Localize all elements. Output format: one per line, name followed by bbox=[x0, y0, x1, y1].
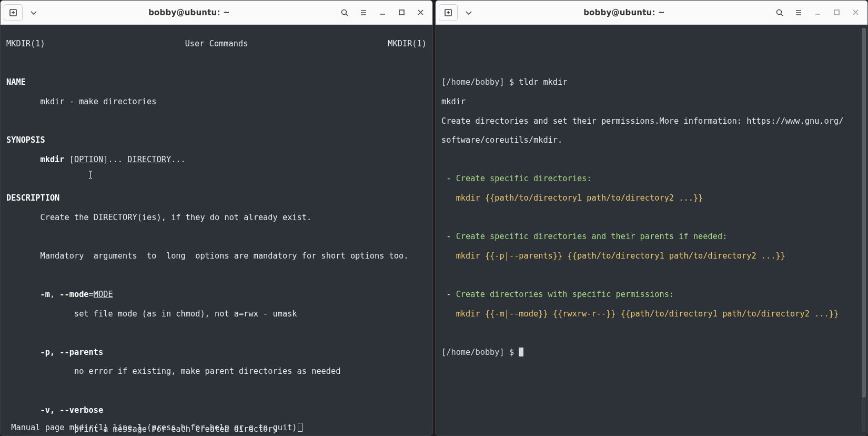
titlebar-right: bobby@ubuntu: ~ bbox=[436, 1, 867, 25]
close-icon bbox=[417, 9, 424, 16]
man-header-left: MKDIR(1) bbox=[6, 39, 45, 48]
man-header-center: User Commands bbox=[185, 39, 248, 48]
man-syn-option: OPTION bbox=[74, 155, 103, 164]
shell-prompt: [/home/bobby] $ bbox=[441, 77, 519, 87]
man-opt-m-text: set file mode (as in chmod), not a=rwx -… bbox=[74, 309, 297, 319]
terminal-window-left: bobby@ubuntu: ~ MKDIR(1)User C bbox=[0, 0, 433, 436]
scrollbar-thumb[interactable] bbox=[862, 28, 866, 398]
shell-prompt: [/home/bobby] $ bbox=[441, 348, 519, 357]
minimize-button[interactable] bbox=[374, 5, 391, 21]
window-title: bobby@ubuntu: ~ bbox=[45, 8, 334, 17]
svg-line-4 bbox=[346, 14, 348, 16]
chevron-down-icon bbox=[465, 8, 473, 17]
new-tab-icon bbox=[444, 8, 452, 17]
svg-rect-9 bbox=[399, 10, 404, 15]
search-button[interactable] bbox=[771, 5, 789, 21]
tab-menu-button[interactable] bbox=[25, 5, 43, 21]
titlebar-left: bobby@ubuntu: ~ bbox=[1, 1, 432, 25]
man-status-bar: Manual page mkdir(1) line 1 (press h for… bbox=[6, 423, 302, 432]
man-opt-p-flag: -p, --parents bbox=[40, 348, 103, 357]
maximize-icon bbox=[398, 9, 405, 16]
man-opt-p-text: no error if existing, make parent direct… bbox=[74, 366, 341, 376]
hamburger-icon bbox=[359, 8, 368, 17]
man-header-right: MKDIR(1) bbox=[388, 39, 427, 48]
tldr-cmd-2: mkdir {{-p|--parents}} {{path/to/directo… bbox=[456, 251, 785, 261]
close-button[interactable] bbox=[846, 5, 864, 21]
man-syn-directory: DIRECTORY bbox=[127, 155, 171, 164]
tab-menu-button[interactable] bbox=[460, 5, 478, 21]
tldr-cmd-1: mkdir {{path/to/directory1 path/to/direc… bbox=[456, 193, 703, 203]
svg-rect-26 bbox=[834, 10, 839, 15]
tldr-desc-2: Create specific directories and their pa… bbox=[456, 232, 728, 241]
man-opt-m-arg: MODE bbox=[94, 290, 113, 299]
close-icon bbox=[852, 9, 859, 16]
man-syn-cmd: mkdir bbox=[40, 155, 64, 164]
search-icon bbox=[775, 8, 784, 17]
new-tab-button[interactable] bbox=[4, 4, 23, 21]
chevron-down-icon bbox=[29, 8, 38, 17]
man-status-text: Manual page mkdir(1) line 1 (press h for… bbox=[6, 423, 297, 432]
tldr-desc-3: Create directories with specific permiss… bbox=[456, 290, 674, 299]
man-opt-v-flag: -v, --verbose bbox=[40, 405, 103, 415]
minimize-icon bbox=[379, 9, 386, 16]
search-button[interactable] bbox=[336, 5, 354, 21]
search-icon bbox=[340, 8, 349, 17]
hamburger-menu-button[interactable] bbox=[355, 5, 372, 21]
hamburger-menu-button[interactable] bbox=[790, 5, 808, 21]
tldr-cmd-3: mkdir {{-m|--mode}} {{rwxrw-r--}} {{path… bbox=[456, 309, 839, 319]
svg-line-21 bbox=[781, 14, 783, 16]
man-name-text: mkdir - make directories bbox=[40, 97, 156, 106]
tldr-summary-a: Create directories and set their permiss… bbox=[441, 116, 843, 126]
tldr-desc-1: Create specific directories: bbox=[456, 174, 592, 183]
new-tab-icon bbox=[9, 8, 17, 17]
maximize-button[interactable] bbox=[392, 5, 410, 21]
man-desc-line1: Create the DIRECTORY(ies), if they do no… bbox=[40, 213, 311, 222]
close-button[interactable] bbox=[411, 5, 429, 21]
man-section-synopsis: SYNOPSIS bbox=[6, 135, 45, 145]
cursor-outline bbox=[298, 423, 302, 432]
minimize-button[interactable] bbox=[809, 5, 826, 21]
maximize-button[interactable] bbox=[827, 5, 845, 21]
man-section-description: DESCRIPTION bbox=[6, 193, 59, 203]
shell-command: tldr mkdir bbox=[519, 77, 567, 87]
svg-point-3 bbox=[342, 9, 347, 14]
hamburger-icon bbox=[794, 8, 803, 17]
man-opt-m-flag: -m bbox=[40, 290, 49, 299]
svg-point-20 bbox=[777, 9, 782, 14]
new-tab-button[interactable] bbox=[439, 4, 458, 21]
maximize-icon bbox=[833, 9, 840, 16]
window-title: bobby@ubuntu: ~ bbox=[480, 8, 769, 17]
tldr-name: mkdir bbox=[441, 97, 466, 106]
minimize-icon bbox=[814, 9, 821, 16]
terminal-window-right: bobby@ubuntu: ~ bbox=[435, 0, 868, 436]
terminal-content-right[interactable]: [/home/bobby] $ tldr mkdir mkdir Create … bbox=[436, 25, 867, 435]
desktop: bobby@ubuntu: ~ MKDIR(1)User C bbox=[0, 0, 868, 436]
terminal-content-left[interactable]: MKDIR(1)User CommandsMKDIR(1) NAME mkdir… bbox=[1, 25, 432, 435]
tldr-summary-b: software/coreutils/mkdir. bbox=[441, 135, 562, 145]
man-section-name: NAME bbox=[6, 77, 26, 87]
man-desc-line2: Mandatory arguments to long options are … bbox=[40, 251, 408, 261]
man-opt-m-long: --mode bbox=[59, 290, 88, 299]
cursor-block bbox=[519, 348, 523, 356]
